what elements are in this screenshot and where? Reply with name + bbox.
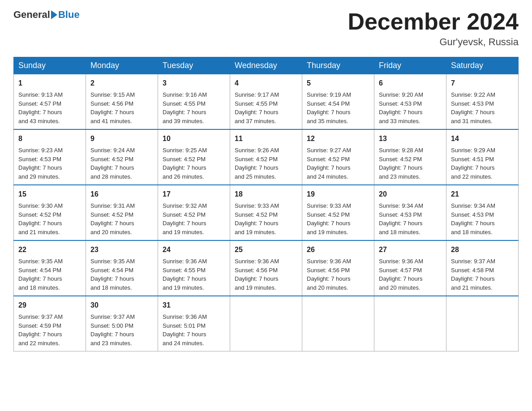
day-sunset: Sunset: 4:52 PM <box>90 155 153 164</box>
day-sunset: Sunset: 4:52 PM <box>379 155 442 164</box>
day-sunset: Sunset: 4:52 PM <box>18 210 81 219</box>
day-sunrise: Sunrise: 9:17 AM <box>235 90 297 99</box>
day-daylight-cont: and 33 minutes. <box>379 117 442 126</box>
day-daylight: Daylight: 7 hours <box>18 163 81 172</box>
day-number: 2 <box>90 78 153 89</box>
day-daylight: Daylight: 7 hours <box>307 108 369 117</box>
calendar-cell: 11 Sunrise: 9:26 AM Sunset: 4:52 PM Dayl… <box>230 129 302 185</box>
day-daylight-cont: and 19 minutes. <box>307 228 369 237</box>
calendar-cell: 22 Sunrise: 9:35 AM Sunset: 4:54 PM Dayl… <box>14 240 86 296</box>
day-daylight: Daylight: 7 hours <box>90 108 153 117</box>
calendar-cell: 1 Sunrise: 9:13 AM Sunset: 4:57 PM Dayli… <box>14 74 86 130</box>
day-sunset: Sunset: 4:52 PM <box>307 155 369 164</box>
calendar-cell: 31 Sunrise: 9:36 AM Sunset: 5:01 PM Dayl… <box>158 296 230 351</box>
day-daylight-cont: and 25 minutes. <box>235 172 297 181</box>
day-number: 26 <box>307 244 369 255</box>
calendar-week-row-3: 15 Sunrise: 9:30 AM Sunset: 4:52 PM Dayl… <box>14 185 519 240</box>
day-sunset: Sunset: 4:57 PM <box>18 99 81 108</box>
calendar-cell: 9 Sunrise: 9:24 AM Sunset: 4:52 PM Dayli… <box>86 129 158 185</box>
day-sunset: Sunset: 4:53 PM <box>451 99 514 108</box>
day-sunset: Sunset: 4:52 PM <box>235 155 297 164</box>
day-number: 28 <box>451 244 514 255</box>
day-daylight: Daylight: 7 hours <box>90 274 153 283</box>
day-number: 10 <box>163 133 225 144</box>
location-label: Gur'yevsk, Russia <box>348 36 519 48</box>
day-daylight: Daylight: 7 hours <box>451 219 514 228</box>
day-daylight: Daylight: 7 hours <box>451 274 514 283</box>
day-sunset: Sunset: 4:55 PM <box>235 99 297 108</box>
day-number: 13 <box>379 133 442 144</box>
day-sunrise: Sunrise: 9:26 AM <box>235 146 297 155</box>
day-number: 17 <box>163 189 225 200</box>
day-sunrise: Sunrise: 9:37 AM <box>18 313 81 321</box>
header-thursday: Thursday <box>302 57 374 74</box>
day-sunrise: Sunrise: 9:29 AM <box>451 146 514 155</box>
month-title: December 2024 <box>348 9 519 34</box>
day-daylight-cont: and 39 minutes. <box>163 117 225 126</box>
logo-arrow-icon <box>51 10 57 19</box>
day-daylight: Daylight: 7 hours <box>18 274 81 283</box>
day-sunrise: Sunrise: 9:24 AM <box>90 146 153 155</box>
day-sunrise: Sunrise: 9:27 AM <box>307 146 369 155</box>
day-daylight: Daylight: 7 hours <box>163 108 225 117</box>
day-sunrise: Sunrise: 9:25 AM <box>163 146 225 155</box>
day-daylight-cont: and 24 minutes. <box>307 172 369 181</box>
day-sunrise: Sunrise: 9:20 AM <box>379 90 442 99</box>
calendar-cell: 7 Sunrise: 9:22 AM Sunset: 4:53 PM Dayli… <box>446 74 519 130</box>
calendar-table: Sunday Monday Tuesday Wednesday Thursday… <box>13 57 519 351</box>
day-daylight-cont: and 28 minutes. <box>90 172 153 181</box>
day-number: 1 <box>18 78 81 89</box>
calendar-cell: 23 Sunrise: 9:35 AM Sunset: 4:54 PM Dayl… <box>86 240 158 296</box>
day-daylight-cont: and 29 minutes. <box>18 172 81 181</box>
day-daylight: Daylight: 7 hours <box>379 163 442 172</box>
calendar-cell: 12 Sunrise: 9:27 AM Sunset: 4:52 PM Dayl… <box>302 129 374 185</box>
day-daylight-cont: and 35 minutes. <box>307 117 369 126</box>
day-sunset: Sunset: 4:53 PM <box>379 210 442 219</box>
header-friday: Friday <box>374 57 446 74</box>
calendar-cell: 25 Sunrise: 9:36 AM Sunset: 4:56 PM Dayl… <box>230 240 302 296</box>
day-daylight-cont: and 18 minutes. <box>379 228 442 237</box>
header-tuesday: Tuesday <box>158 57 230 74</box>
day-daylight: Daylight: 7 hours <box>379 219 442 228</box>
day-number: 21 <box>451 189 514 200</box>
calendar-cell: 8 Sunrise: 9:23 AM Sunset: 4:53 PM Dayli… <box>14 129 86 185</box>
day-number: 20 <box>379 189 442 200</box>
day-sunset: Sunset: 4:54 PM <box>18 266 81 275</box>
day-number: 3 <box>163 78 225 89</box>
day-number: 12 <box>307 133 369 144</box>
day-sunset: Sunset: 4:53 PM <box>451 210 514 219</box>
day-daylight: Daylight: 7 hours <box>90 163 153 172</box>
calendar-cell: 10 Sunrise: 9:25 AM Sunset: 4:52 PM Dayl… <box>158 129 230 185</box>
day-daylight-cont: and 26 minutes. <box>163 172 225 181</box>
calendar-cell <box>374 296 446 351</box>
day-sunset: Sunset: 4:55 PM <box>163 99 225 108</box>
day-sunrise: Sunrise: 9:34 AM <box>379 201 442 210</box>
day-number: 9 <box>90 133 153 144</box>
day-daylight-cont: and 43 minutes. <box>18 117 81 126</box>
day-sunset: Sunset: 4:52 PM <box>163 155 225 164</box>
calendar-week-row-4: 22 Sunrise: 9:35 AM Sunset: 4:54 PM Dayl… <box>14 240 519 296</box>
day-sunset: Sunset: 4:52 PM <box>90 210 153 219</box>
day-daylight: Daylight: 7 hours <box>163 219 225 228</box>
day-daylight-cont: and 31 minutes. <box>451 117 514 126</box>
calendar-cell: 13 Sunrise: 9:28 AM Sunset: 4:52 PM Dayl… <box>374 129 446 185</box>
day-sunrise: Sunrise: 9:37 AM <box>90 313 153 321</box>
day-daylight: Daylight: 7 hours <box>235 163 297 172</box>
day-daylight: Daylight: 7 hours <box>163 274 225 283</box>
day-sunrise: Sunrise: 9:31 AM <box>90 201 153 210</box>
day-number: 18 <box>235 189 297 200</box>
day-daylight-cont: and 22 minutes. <box>18 339 81 348</box>
header-wednesday: Wednesday <box>230 57 302 74</box>
day-number: 19 <box>307 189 369 200</box>
day-daylight: Daylight: 7 hours <box>307 274 369 283</box>
calendar-cell: 27 Sunrise: 9:36 AM Sunset: 4:57 PM Dayl… <box>374 240 446 296</box>
day-daylight-cont: and 23 minutes. <box>379 172 442 181</box>
day-number: 22 <box>18 244 81 255</box>
calendar-week-row-2: 8 Sunrise: 9:23 AM Sunset: 4:53 PM Dayli… <box>14 129 519 185</box>
day-daylight: Daylight: 7 hours <box>307 219 369 228</box>
day-daylight: Daylight: 7 hours <box>379 274 442 283</box>
logo-blue-text: Blue <box>58 9 80 21</box>
calendar-week-row-5: 29 Sunrise: 9:37 AM Sunset: 4:59 PM Dayl… <box>14 296 519 351</box>
day-number: 4 <box>235 78 297 89</box>
day-daylight-cont: and 24 minutes. <box>163 339 225 348</box>
